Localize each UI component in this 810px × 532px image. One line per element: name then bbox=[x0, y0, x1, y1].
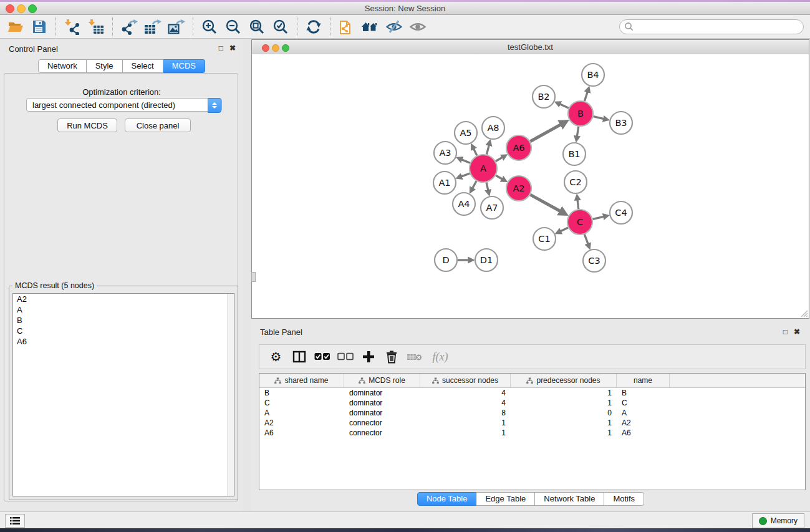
graph-edge-A-A2[interactable] bbox=[496, 175, 504, 180]
table-cell[interactable]: A bbox=[259, 408, 344, 418]
table-cell[interactable]: 1 bbox=[420, 428, 511, 438]
table-cell[interactable]: 4 bbox=[420, 388, 511, 398]
close-panel-icon[interactable]: ✖ bbox=[229, 44, 236, 52]
table-cell[interactable]: 1 bbox=[511, 398, 617, 408]
graph-edge-B-B1[interactable] bbox=[577, 127, 579, 140]
tab-network-table[interactable]: Network Table bbox=[535, 492, 604, 506]
graph-edge-C-C2[interactable] bbox=[577, 197, 579, 209]
network-from-document-icon[interactable] bbox=[335, 17, 359, 37]
graph-edge-C-C4[interactable] bbox=[592, 216, 606, 219]
delete-column-icon[interactable] bbox=[380, 347, 403, 366]
resize-grip-icon[interactable] bbox=[801, 310, 808, 317]
dropdown-stepper-icon[interactable] bbox=[208, 98, 221, 113]
run-mcds-button[interactable]: Run MCDS bbox=[57, 118, 117, 132]
zoom-out-icon[interactable] bbox=[221, 17, 245, 37]
graph-edge-A6-B[interactable] bbox=[530, 122, 564, 142]
graph-edge-A2-C[interactable] bbox=[530, 195, 564, 213]
show-column-icon[interactable] bbox=[287, 347, 311, 366]
mcds-result-item[interactable]: C bbox=[13, 326, 234, 336]
column-header-predecessor-nodes[interactable]: predecessor nodes bbox=[511, 374, 617, 387]
column-header-successor-nodes[interactable]: successor nodes bbox=[420, 374, 511, 387]
import-network-icon[interactable] bbox=[60, 17, 84, 37]
export-image-icon[interactable] bbox=[165, 17, 188, 37]
save-session-icon[interactable] bbox=[27, 17, 51, 37]
table-cell[interactable]: 0 bbox=[511, 408, 617, 418]
table-cell[interactable]: connector bbox=[344, 418, 420, 428]
zoom-fit-icon[interactable] bbox=[245, 17, 269, 37]
search-input[interactable] bbox=[619, 19, 804, 34]
tab-edge-table[interactable]: Edge Table bbox=[476, 492, 535, 506]
tab-network[interactable]: Network bbox=[38, 59, 87, 73]
graph-edge-B-B3[interactable] bbox=[593, 117, 606, 120]
tab-motifs[interactable]: Motifs bbox=[604, 492, 644, 506]
deselect-all-rows-icon[interactable] bbox=[334, 347, 357, 366]
table-row[interactable]: Cdominator41C bbox=[259, 398, 805, 408]
mcds-result-list[interactable]: A2ABCA6 bbox=[12, 293, 234, 496]
float-table-panel-icon[interactable]: □ bbox=[783, 327, 788, 336]
table-cell[interactable]: C bbox=[617, 398, 670, 408]
zoom-selected-icon[interactable] bbox=[269, 17, 292, 37]
first-neighbors-icon[interactable] bbox=[359, 17, 382, 37]
tab-mcds[interactable]: MCDS bbox=[163, 59, 205, 73]
table-cell[interactable]: dominator bbox=[344, 398, 420, 408]
column-header-name[interactable]: name bbox=[617, 374, 670, 387]
graph-edge-C-C3[interactable] bbox=[584, 235, 589, 247]
table-cell[interactable]: 4 bbox=[420, 398, 511, 408]
graph-edge-A-A3[interactable] bbox=[459, 158, 470, 163]
table-row[interactable]: Adominator80A bbox=[259, 408, 805, 418]
network-window-titlebar[interactable]: testGlobe.txt bbox=[252, 40, 809, 55]
select-all-rows-icon[interactable] bbox=[311, 347, 334, 366]
function-builder-icon[interactable]: f(x) bbox=[426, 347, 455, 366]
tab-style[interactable]: Style bbox=[87, 59, 123, 73]
export-table-icon[interactable] bbox=[141, 17, 165, 37]
table-cell[interactable]: A6 bbox=[617, 428, 670, 438]
table-cell[interactable]: dominator bbox=[344, 408, 420, 418]
export-network-icon[interactable] bbox=[117, 17, 141, 37]
table-cell[interactable]: A6 bbox=[259, 428, 344, 438]
task-history-button[interactable] bbox=[5, 514, 25, 528]
delete-table-icon[interactable] bbox=[403, 347, 426, 366]
column-header-MCDS-role[interactable]: MCDS role bbox=[344, 374, 420, 387]
table-cell[interactable]: A bbox=[617, 408, 670, 418]
table-settings-gear-icon[interactable]: ⚙ bbox=[264, 347, 287, 366]
graph-edge-A-A5[interactable] bbox=[473, 147, 477, 156]
import-table-icon[interactable] bbox=[84, 17, 108, 37]
splitter-handle[interactable] bbox=[251, 272, 256, 282]
scrollbar-track[interactable] bbox=[227, 294, 234, 496]
tab-node-table[interactable]: Node Table bbox=[417, 492, 477, 506]
graph-edge-A-A7[interactable] bbox=[486, 182, 489, 193]
table-cell[interactable]: 1 bbox=[511, 388, 617, 398]
tab-select[interactable]: Select bbox=[123, 59, 163, 73]
table-cell[interactable]: 1 bbox=[420, 418, 511, 428]
mcds-result-item[interactable]: B bbox=[13, 315, 234, 326]
graph-edge-B-B2[interactable] bbox=[557, 103, 569, 108]
float-panel-icon[interactable]: □ bbox=[219, 44, 223, 52]
graph-edge-C-C1[interactable] bbox=[558, 228, 568, 233]
table-row[interactable]: Bdominator41B bbox=[259, 388, 805, 398]
table-cell[interactable]: dominator bbox=[344, 388, 420, 398]
table-cell[interactable]: C bbox=[259, 398, 344, 408]
graph-edge-B-B4[interactable] bbox=[584, 89, 588, 101]
graph-edge-A-A6[interactable] bbox=[496, 156, 505, 161]
graph-edge-A-A1[interactable] bbox=[459, 173, 470, 178]
show-graphics-details-icon[interactable] bbox=[406, 17, 430, 37]
refresh-icon[interactable] bbox=[302, 17, 325, 37]
open-file-icon[interactable] bbox=[4, 17, 27, 37]
hide-graphics-details-icon[interactable] bbox=[382, 17, 406, 37]
table-cell[interactable]: 1 bbox=[511, 418, 617, 428]
network-canvas[interactable]: B4B2BB3A5A8A6B1A3AC2A1A2A4A7C4CC1C3DD1 bbox=[252, 54, 809, 318]
optimization-criterion-dropdown[interactable]: largest connected component (directed) bbox=[26, 98, 222, 112]
mcds-result-item[interactable]: A6 bbox=[13, 336, 234, 347]
table-cell[interactable]: B bbox=[259, 388, 344, 398]
memory-button[interactable]: Memory bbox=[752, 513, 804, 528]
graph-edge-A-A8[interactable] bbox=[486, 142, 489, 154]
add-column-icon[interactable] bbox=[357, 347, 380, 366]
zoom-in-icon[interactable] bbox=[198, 17, 221, 37]
column-header-shared-name[interactable]: shared name bbox=[259, 374, 344, 387]
mcds-result-item[interactable]: A bbox=[13, 304, 234, 315]
table-cell[interactable]: 8 bbox=[420, 408, 511, 418]
table-cell[interactable]: A2 bbox=[259, 418, 344, 428]
table-row[interactable]: A2connector11A2 bbox=[259, 418, 805, 428]
table-cell[interactable]: B bbox=[617, 388, 670, 398]
graph-edge-A-A4[interactable] bbox=[471, 181, 476, 191]
